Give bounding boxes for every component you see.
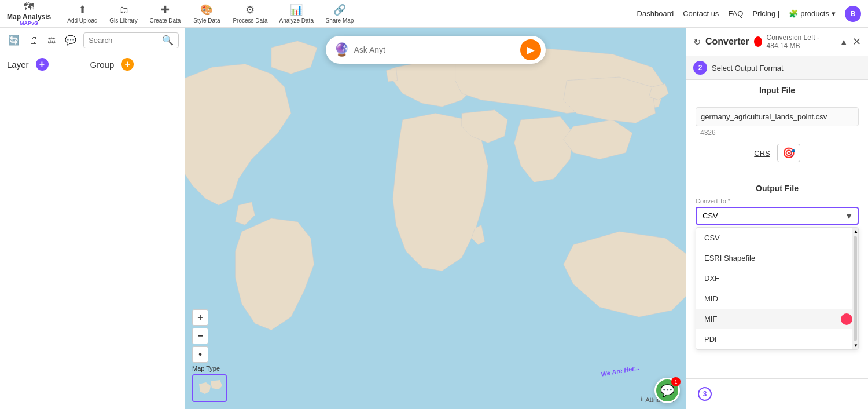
add-group-button[interactable]: + xyxy=(121,58,134,71)
nav-faq[interactable]: FAQ xyxy=(728,9,743,18)
output-file-section: Output File Convert To * CSVESRI Shapefi… xyxy=(686,173,868,356)
ai-icon: 🔮 xyxy=(334,42,350,57)
scroll-up-icon[interactable]: ▲ xyxy=(852,228,858,235)
scroll-down-icon[interactable]: ▼ xyxy=(852,342,858,349)
nav-style-data[interactable]: 🎨 Style Data xyxy=(192,3,221,24)
step2-label: Select Output Format xyxy=(712,64,784,72)
nav-right: Dashboard Contact us FAQ Pricing | 🧩 pro… xyxy=(637,6,861,22)
converter-record-button[interactable] xyxy=(754,36,762,47)
ai-send-button[interactable]: ▶ xyxy=(520,39,541,60)
zoom-in-button[interactable]: + xyxy=(192,309,208,326)
compass-button[interactable]: • xyxy=(192,346,208,363)
dropdown-item-dxf[interactable]: DXF xyxy=(696,268,858,289)
map-thumb-svg xyxy=(193,375,226,401)
ai-input[interactable] xyxy=(354,45,516,54)
scroll-thumb[interactable] xyxy=(854,236,857,341)
crs-button[interactable]: CRS xyxy=(754,149,770,158)
dropdown-item-mif[interactable]: MIF xyxy=(696,309,858,329)
world-map-svg xyxy=(185,28,686,409)
map-thumbnail[interactable] xyxy=(192,374,227,402)
comment-button[interactable]: 💬 xyxy=(62,34,79,47)
map-controls: + − • xyxy=(192,309,208,363)
left-panel: 🔄 🖨 ⚖ 💬 🔍 Layer + Group + xyxy=(0,28,185,409)
brand-logo: 🗺 Map Analysis MAPvG xyxy=(7,1,51,26)
input-file-section-title: Input File xyxy=(686,80,868,101)
dropdown-item-mid[interactable]: MID xyxy=(696,289,858,309)
avatar[interactable]: B xyxy=(845,6,861,22)
add-layer-button[interactable]: + xyxy=(36,58,49,71)
file-name-display: germany_agricultural_lands_point.csv xyxy=(696,107,859,126)
convert-to-select-wrapper[interactable]: CSVESRI ShapefileDXFMIDMIFPDF ▼ xyxy=(696,207,859,225)
crs-row: CRS 🎯 xyxy=(696,139,859,167)
search-box[interactable]: 🔍 xyxy=(83,32,179,48)
format-dropdown-list: CSV ESRI Shapefile DXF MID MIF xyxy=(696,227,859,350)
map-type-box: Map Type xyxy=(192,365,227,402)
layer-group-row: Layer + Group + xyxy=(0,53,185,75)
step2-circle: 2 xyxy=(693,61,707,75)
nav-contact[interactable]: Contact us xyxy=(683,9,719,18)
converter-title: Converter xyxy=(705,36,749,47)
step3-circle: 3 xyxy=(698,387,712,401)
converter-collapse-icon[interactable]: ▲ xyxy=(840,37,848,46)
output-file-title: Output File xyxy=(696,179,859,198)
detect-crs-button[interactable]: 🎯 xyxy=(777,144,800,162)
nav-share-map[interactable]: 🔗 Share Map xyxy=(325,3,354,24)
products-button[interactable]: 🧩 products ▾ xyxy=(789,9,836,18)
cursor-indicator xyxy=(841,313,852,325)
navbar: 🗺 Map Analysis MAPvG ⬆ Add Upload 🗂 Gis … xyxy=(0,0,868,28)
nav-process-data[interactable]: ⚙ Process Data xyxy=(233,3,267,24)
dropdown-scrollbar[interactable]: ▲ ▼ xyxy=(852,228,858,349)
nav-analyze-data[interactable]: 📊 Analyze Data xyxy=(279,3,313,24)
layer-toolbar: 🔄 🖨 ⚖ 💬 🔍 xyxy=(0,28,185,53)
input-file-box: germany_agricultural_lands_point.csv 432… xyxy=(686,101,868,173)
conversion-left-label: Conversion Left - 484.14 MB xyxy=(767,34,836,50)
nav-create-data[interactable]: ✚ Create Data xyxy=(150,3,181,24)
dropdown-item-esri-shapefile[interactable]: ESRI Shapefile xyxy=(696,248,858,268)
nav-pricing[interactable]: Pricing | xyxy=(752,9,779,18)
nav-dashboard[interactable]: Dashboard xyxy=(637,9,674,18)
convert-to-select[interactable]: CSVESRI ShapefileDXFMIDMIFPDF xyxy=(703,211,852,220)
step2-row: 2 Select Output Format xyxy=(686,56,868,80)
step3-row: 3 xyxy=(686,378,868,409)
map-type-label: Map Type xyxy=(192,365,227,372)
map-background: 🔮 ▶ + − • Map Type xyxy=(185,28,686,409)
ai-search-bar: 🔮 ▶ xyxy=(326,36,546,64)
main-area: 🔄 🖨 ⚖ 💬 🔍 Layer + Group + xyxy=(0,28,868,409)
converter-refresh-icon[interactable]: ↻ xyxy=(693,36,701,48)
chat-bubble-button[interactable]: 💬 1 xyxy=(654,378,680,403)
converter-body[interactable]: Input File germany_agricultural_lands_po… xyxy=(686,80,868,378)
convert-to-label: Convert To * xyxy=(696,198,859,204)
search-input[interactable] xyxy=(89,36,160,45)
group-button[interactable]: Group xyxy=(90,60,115,70)
print-button[interactable]: 🖨 xyxy=(27,34,41,47)
chat-notification-badge: 1 xyxy=(671,377,681,386)
dropdown-item-csv[interactable]: CSV xyxy=(696,228,858,248)
balance-button[interactable]: ⚖ xyxy=(45,34,58,47)
zoom-out-button[interactable]: − xyxy=(192,328,208,344)
layer-button[interactable]: Layer xyxy=(7,60,29,70)
refresh-button[interactable]: 🔄 xyxy=(6,34,22,47)
map-area[interactable]: 🔮 ▶ + − • Map Type xyxy=(185,28,686,409)
nav-gis-library[interactable]: 🗂 Gis Library xyxy=(109,4,138,24)
converter-close-button[interactable]: ✕ xyxy=(852,35,861,48)
file-crs-display: 4326 xyxy=(696,126,859,139)
search-icon: 🔍 xyxy=(162,35,174,46)
converter-header: ↻ Converter Conversion Left - 484.14 MB … xyxy=(686,28,868,56)
converter-panel: ↻ Converter Conversion Left - 484.14 MB … xyxy=(686,28,868,409)
nav-add-upload[interactable]: ⬆ Add Upload xyxy=(67,3,97,24)
dropdown-item-pdf[interactable]: PDF xyxy=(696,329,858,349)
